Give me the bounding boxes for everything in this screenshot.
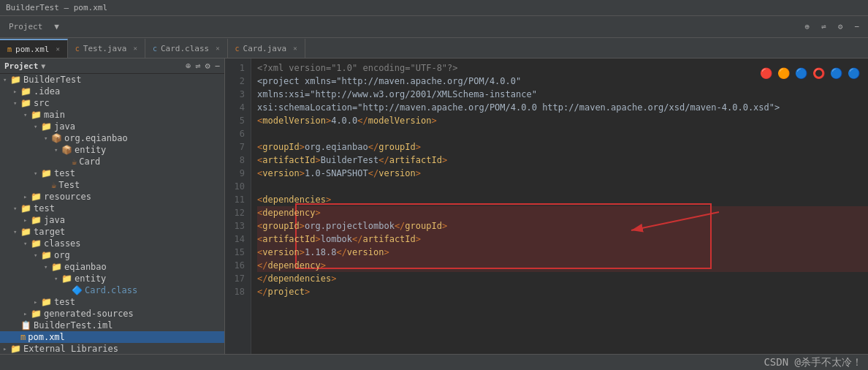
code-lines[interactable]: <?xml version="1.0" encoding="UTF-8"?><p… xyxy=(251,58,868,354)
sidebar-label-test3: test xyxy=(54,297,75,307)
editor-area: 🔴 🟠 🔵 ⭕ 🔵 🔵 123456789101112131415161718 xyxy=(225,58,868,354)
title-bar: BuilderTest — pom.xml xyxy=(0,0,868,16)
tab-close-pom[interactable]: ✕ xyxy=(56,45,59,53)
code-line-7: <groupId>org.eqianbao</groupId> xyxy=(257,140,868,154)
sidebar-label-buildertest-iml: BuilderTest.iml xyxy=(34,320,113,331)
sidebar-icon-3[interactable]: ⚙ xyxy=(205,61,210,71)
sidebar-tree: ▾ 📁 BuilderTest ▸ 📁 .idea ▾ 📁 src ▾ 📁 ma… xyxy=(0,74,224,354)
sidebar-item-java2[interactable]: ▸ 📁 java xyxy=(0,214,224,226)
sidebar-label-Test: Test xyxy=(58,180,80,190)
sidebar-label-Card: Card xyxy=(79,156,100,167)
sidebar-label-idea: .idea xyxy=(34,86,60,97)
toolbar: Project ▼ ⊕ ⇌ ⚙ − xyxy=(0,16,868,38)
code-line-16: </dependency> xyxy=(257,259,868,272)
code-line-4: xsi:schemaLocation="http://maven.apache.… xyxy=(257,101,868,114)
sidebar-item-Card[interactable]: ☕ Card xyxy=(0,156,224,167)
sidebar-dropdown-icon[interactable]: ▼ xyxy=(41,62,45,70)
tab-test-java[interactable]: c Test.java ✕ xyxy=(68,39,145,58)
sidebar-item-main[interactable]: ▾ 📁 main xyxy=(0,109,224,121)
sidebar-item-test[interactable]: ▾ 📁 test xyxy=(0,167,224,179)
tab-icon-java-test: c xyxy=(75,45,80,53)
editor-content: 123456789101112131415161718 <?xml versio… xyxy=(225,58,868,354)
sidebar-item-org2[interactable]: ▾ 📁 org xyxy=(0,249,224,261)
tab-label-card-java: Card.java xyxy=(243,44,287,53)
toolbar-icon-settings[interactable]: ⚙ xyxy=(834,20,848,33)
line-numbers: 123456789101112131415161718 xyxy=(225,58,251,354)
sidebar-item-org.eqianbao[interactable]: ▾ 📦 org.eqianbao xyxy=(0,132,224,144)
tab-close-card-class[interactable]: ✕ xyxy=(216,45,219,52)
tab-card-class[interactable]: c Card.class ✕ xyxy=(145,39,228,58)
sidebar-item-entity2[interactable]: ▾ 📁 entity xyxy=(0,273,224,284)
code-line-15: <version>1.18.8</version> xyxy=(257,246,868,259)
tab-pom-xml[interactable]: m pom.xml ✕ xyxy=(0,39,68,58)
sidebar-item-idea[interactable]: ▸ 📁 .idea xyxy=(0,86,224,97)
toolbar-icon-minus[interactable]: − xyxy=(850,20,864,33)
sidebar-icon-1[interactable]: ⊕ xyxy=(186,61,191,71)
code-line-5: <modelVersion>4.0.0</modelVersion> xyxy=(257,114,868,127)
sidebar-label-target: target xyxy=(34,227,65,237)
sidebar-label-java2: java xyxy=(44,215,65,225)
sidebar-label-entity: entity xyxy=(75,145,106,155)
code-line-18: </project> xyxy=(257,285,868,298)
sidebar-item-classes[interactable]: ▾ 📁 classes xyxy=(0,238,224,249)
sidebar-label-pom-xml: pom.xml xyxy=(28,332,65,342)
sidebar-label-org.eqianbao: org.eqianbao xyxy=(64,133,128,143)
code-line-10 xyxy=(257,180,868,193)
tab-label-card-class: Card.class xyxy=(161,44,209,53)
project-dropdown[interactable]: Project xyxy=(4,20,47,33)
sidebar-item-entity[interactable]: ▾ 📦 entity xyxy=(0,144,224,156)
sidebar-item-src[interactable]: ▾ 📁 src xyxy=(0,97,224,109)
sidebar-item-target[interactable]: ▾ 📁 target xyxy=(0,226,224,238)
sidebar-item-Cardclass[interactable]: 🔷 Card.class xyxy=(0,284,224,296)
sidebar-label-buildertest: BuilderTest xyxy=(23,75,81,85)
sidebar-item-Test[interactable]: ☕ Test xyxy=(0,179,224,191)
tab-icon-xml: m xyxy=(7,45,12,53)
sidebar-item-resources[interactable]: ▸ 📁 resources xyxy=(0,191,224,203)
sidebar-label-src: src xyxy=(34,98,50,108)
sidebar-label-entity2: entity xyxy=(75,273,106,284)
tab-close-test[interactable]: ✕ xyxy=(133,45,137,52)
sidebar-item-buildertest-iml[interactable]: 📋 BuilderTest.iml xyxy=(0,320,224,331)
sidebar-item-external-libraries[interactable]: ▸ 📁 External Libraries xyxy=(0,343,224,354)
code-line-3: xmlns:xsi="http://www.w3.org/2001/XMLSch… xyxy=(257,88,868,101)
code-line-6 xyxy=(257,127,868,140)
sidebar-item-test2[interactable]: ▾ 📁 test xyxy=(0,203,224,214)
sidebar-label-test2: test xyxy=(34,203,55,214)
toolbar-icon-split[interactable]: ⇌ xyxy=(817,20,831,33)
tab-close-card-java[interactable]: ✕ xyxy=(293,45,297,52)
sidebar-label-java: java xyxy=(54,121,75,132)
sidebar-header-icons: ⊕ ⇌ ⚙ − xyxy=(186,61,220,71)
sidebar-label-eqianbao2: eqianbao xyxy=(64,262,107,272)
sidebar-item-test3[interactable]: ▸ 📁 test xyxy=(0,296,224,308)
title-text: BuilderTest — pom.xml xyxy=(6,3,107,12)
sidebar-item-generated-sources[interactable]: ▸ 📁 generated-sources xyxy=(0,308,224,320)
status-watermark: CSDN @杀手不太冷！ xyxy=(764,356,862,369)
sidebar-item-java[interactable]: ▾ 📁 java xyxy=(0,121,224,132)
tab-bar: m pom.xml ✕ c Test.java ✕ c Card.class ✕… xyxy=(0,38,868,58)
code-line-9: <version>1.0-SNAPSHOT</version> xyxy=(257,167,868,180)
code-line-11: <dependencies> xyxy=(257,193,868,206)
code-line-12: <dependency> xyxy=(257,206,868,219)
sidebar-item-buildertest[interactable]: ▾ 📁 BuilderTest xyxy=(0,74,224,86)
tab-label-test: Test.java xyxy=(83,44,127,53)
main-layout: Project ▼ ⊕ ⇌ ⚙ − ▾ 📁 BuilderTest ▸ 📁 .i… xyxy=(0,58,868,354)
toolbar-icon-add[interactable]: ⊕ xyxy=(801,20,815,33)
toolbar-dropdown-arrow[interactable]: ▼ xyxy=(50,20,64,33)
sidebar-item-pom-xml[interactable]: m pom.xml xyxy=(0,331,224,343)
code-line-13: <groupId>org.projectlombok</groupId> xyxy=(257,219,868,233)
code-line-14: <artifactId>lombok</artifactId> xyxy=(257,233,868,246)
code-line-17: </dependencies> xyxy=(257,272,868,285)
tab-card-java[interactable]: c Card.java ✕ xyxy=(228,39,305,58)
sidebar-label-org2: org xyxy=(54,250,70,260)
sidebar-label-test: test xyxy=(54,168,75,178)
sidebar-label-resources: resources xyxy=(44,192,91,202)
sidebar-item-eqianbao2[interactable]: ▾ 📁 eqianbao xyxy=(0,261,224,273)
sidebar-label-external-libraries: External Libraries xyxy=(23,344,118,354)
tab-icon-java-card: c xyxy=(235,45,240,53)
code-line-1: <?xml version="1.0" encoding="UTF-8"?> xyxy=(257,61,868,75)
sidebar-project-label: Project xyxy=(4,61,38,71)
code-line-8: <artifactId>BuilderTest</artifactId> xyxy=(257,154,868,167)
sidebar-icon-2[interactable]: ⇌ xyxy=(195,61,200,71)
sidebar-icon-4[interactable]: − xyxy=(215,61,220,71)
tab-label-pom: pom.xml xyxy=(15,45,49,54)
